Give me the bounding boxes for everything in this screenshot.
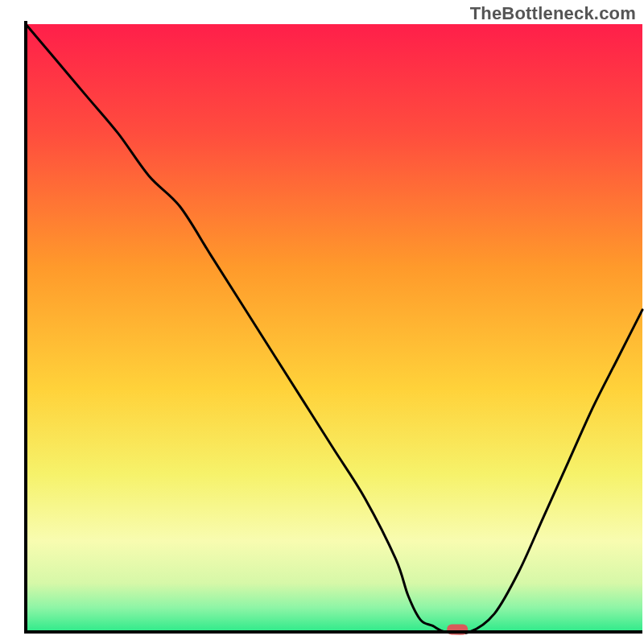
bottleneck-chart <box>0 0 644 644</box>
chart-container: TheBottleneck.com <box>0 0 644 644</box>
svg-rect-0 <box>26 24 642 632</box>
attribution-watermark: TheBottleneck.com <box>470 3 636 24</box>
